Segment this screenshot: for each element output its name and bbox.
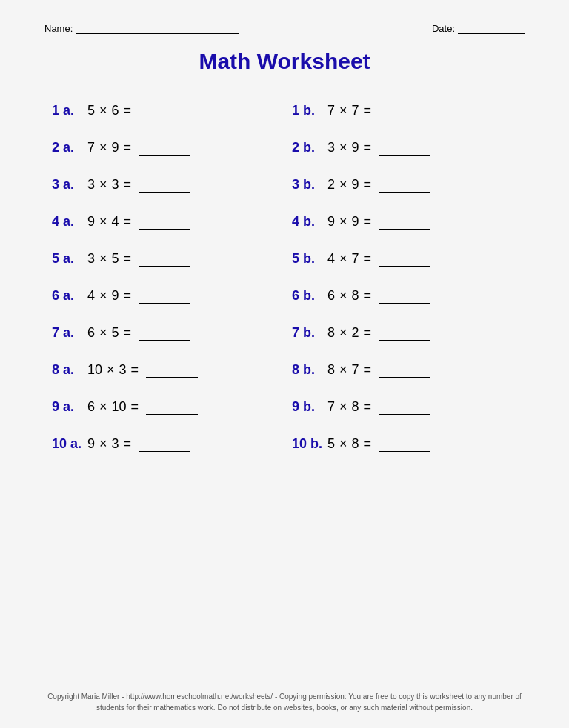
answer-line[interactable] bbox=[139, 102, 190, 118]
answer-line[interactable] bbox=[146, 361, 198, 378]
operator: × bbox=[339, 288, 347, 304]
answer-line[interactable] bbox=[139, 176, 190, 193]
operand1: 9 bbox=[87, 214, 95, 230]
operand1: 4 bbox=[327, 251, 335, 267]
operand2: 9 bbox=[112, 140, 119, 156]
operand1: 4 bbox=[87, 288, 95, 304]
equals-sign: = bbox=[364, 103, 372, 118]
problem-row: 4 b. 9 × 9 = bbox=[284, 203, 525, 240]
equals-sign: = bbox=[364, 251, 372, 267]
operand1: 9 bbox=[327, 214, 335, 230]
operator: × bbox=[99, 399, 107, 415]
operand1: 8 bbox=[327, 325, 335, 341]
problem-expr: 6 × 5 = bbox=[87, 324, 190, 341]
equals-sign: = bbox=[364, 214, 372, 230]
equals-sign: = bbox=[124, 140, 132, 156]
problem-number: 1 a. bbox=[52, 103, 87, 118]
operator: × bbox=[339, 325, 347, 341]
problem-row: 1 b. 7 × 7 = bbox=[284, 92, 525, 129]
problem-expr: 8 × 7 = bbox=[327, 361, 430, 378]
problem-row: 2 a. 7 × 9 = bbox=[44, 129, 284, 166]
problem-expr: 9 × 3 = bbox=[87, 435, 190, 452]
answer-line[interactable] bbox=[379, 213, 430, 230]
problem-row: 8 a. 10 × 3 = bbox=[44, 351, 284, 388]
problem-number: 1 b. bbox=[292, 103, 327, 118]
equals-sign: = bbox=[124, 436, 132, 452]
equals-sign: = bbox=[364, 362, 372, 378]
problem-row: 3 b. 2 × 9 = bbox=[284, 166, 525, 203]
answer-line[interactable] bbox=[139, 287, 190, 304]
problem-number: 3 b. bbox=[292, 177, 327, 193]
equals-sign: = bbox=[364, 288, 372, 304]
answer-line[interactable] bbox=[379, 139, 430, 156]
operator: × bbox=[107, 362, 115, 378]
problem-row: 10 b. 5 × 8 = bbox=[284, 425, 525, 462]
operand2: 3 bbox=[112, 177, 119, 193]
answer-line[interactable] bbox=[379, 435, 430, 452]
operand1: 9 bbox=[87, 436, 95, 452]
equals-sign: = bbox=[131, 362, 139, 378]
problem-expr: 3 × 3 = bbox=[87, 176, 190, 193]
operand2: 9 bbox=[352, 177, 359, 193]
problem-expr: 10 × 3 = bbox=[87, 361, 198, 378]
problem-row: 5 a. 3 × 5 = bbox=[44, 240, 284, 277]
problem-row: 7 a. 6 × 5 = bbox=[44, 314, 284, 351]
answer-line[interactable] bbox=[379, 250, 430, 267]
answer-line[interactable] bbox=[379, 287, 430, 304]
equals-sign: = bbox=[364, 177, 372, 193]
worksheet: Name: Date: Math Worksheet 1 a. 5 × 6 = … bbox=[0, 0, 569, 728]
name-underline bbox=[76, 22, 239, 34]
problem-expr: 9 × 9 = bbox=[327, 213, 430, 230]
operand2: 10 bbox=[112, 399, 127, 415]
problem-expr: 5 × 6 = bbox=[87, 102, 190, 118]
answer-line[interactable] bbox=[139, 139, 190, 156]
problem-expr: 3 × 9 = bbox=[327, 139, 430, 156]
problem-expr: 9 × 4 = bbox=[87, 213, 190, 230]
problem-number: 5 a. bbox=[52, 251, 87, 267]
answer-line[interactable] bbox=[379, 361, 430, 378]
operator: × bbox=[339, 177, 347, 193]
equals-sign: = bbox=[124, 214, 132, 230]
answer-line[interactable] bbox=[139, 324, 190, 341]
operand2: 3 bbox=[112, 436, 119, 452]
problem-number: 4 a. bbox=[52, 214, 87, 230]
answer-line[interactable] bbox=[139, 213, 190, 230]
equals-sign: = bbox=[364, 436, 372, 452]
problem-number: 6 b. bbox=[292, 288, 327, 304]
operand2: 7 bbox=[352, 251, 359, 267]
answer-line[interactable] bbox=[146, 398, 198, 415]
problem-row: 8 b. 8 × 7 = bbox=[284, 351, 525, 388]
operator: × bbox=[99, 214, 107, 230]
problem-row: 10 a. 9 × 3 = bbox=[44, 425, 284, 462]
operator: × bbox=[99, 251, 107, 267]
equals-sign: = bbox=[124, 103, 132, 118]
answer-line[interactable] bbox=[139, 435, 190, 452]
answer-line[interactable] bbox=[379, 176, 430, 193]
operand1: 7 bbox=[327, 103, 335, 118]
date-underline bbox=[458, 22, 525, 34]
operand1: 5 bbox=[87, 103, 95, 118]
operator: × bbox=[339, 399, 347, 415]
operator: × bbox=[99, 177, 107, 193]
operand2: 9 bbox=[352, 214, 359, 230]
operand2: 5 bbox=[112, 325, 119, 341]
equals-sign: = bbox=[364, 140, 372, 156]
problem-expr: 7 × 7 = bbox=[327, 102, 430, 118]
problem-row: 1 a. 5 × 6 = bbox=[44, 92, 284, 129]
equals-sign: = bbox=[124, 177, 132, 193]
operator: × bbox=[339, 140, 347, 156]
answer-line[interactable] bbox=[379, 102, 430, 118]
problem-number: 8 a. bbox=[52, 362, 87, 378]
operator: × bbox=[99, 288, 107, 304]
operator: × bbox=[99, 103, 107, 118]
answer-line[interactable] bbox=[379, 398, 430, 415]
name-field: Name: bbox=[44, 22, 239, 34]
problem-expr: 6 × 10 = bbox=[87, 398, 198, 415]
problem-number: 3 a. bbox=[52, 177, 87, 193]
answer-line[interactable] bbox=[139, 250, 190, 267]
operand2: 7 bbox=[352, 103, 359, 118]
answer-line[interactable] bbox=[379, 324, 430, 341]
operator: × bbox=[339, 251, 347, 267]
operator: × bbox=[99, 436, 107, 452]
operator: × bbox=[339, 214, 347, 230]
